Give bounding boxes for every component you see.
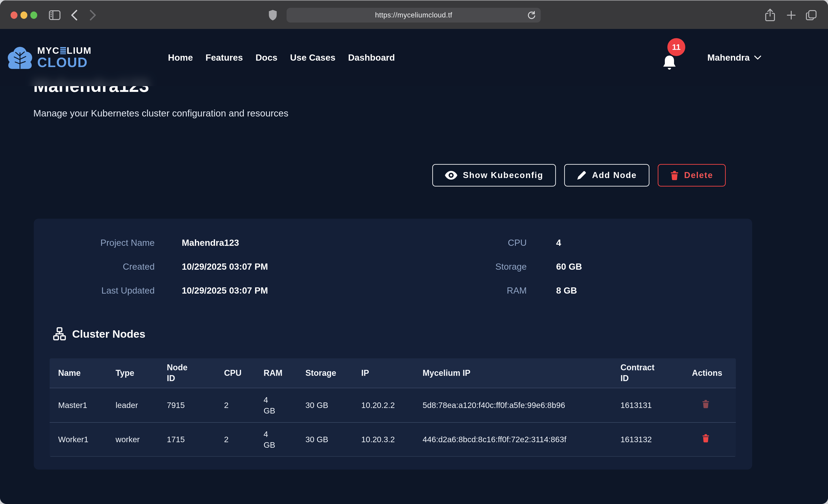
cell-name: Worker1 [58, 434, 116, 445]
nav-item-docs[interactable]: Docs [255, 53, 277, 63]
delete-node-button[interactable] [702, 434, 709, 443]
cell-node-id: 1715 [167, 434, 224, 445]
trash-icon [670, 170, 678, 180]
cell-name: Master1 [58, 400, 116, 411]
trash-icon [702, 434, 709, 443]
table-row-master1: Master1 leader 7915 2 4 GB 30 GB 10.20.2… [50, 388, 736, 422]
cell-actions [692, 434, 736, 445]
mycelium-cloud-logo-icon [6, 46, 34, 69]
info-row-created: Created 10/29/2025 03:07 PM [34, 259, 393, 274]
chevron-down-icon [754, 55, 761, 60]
info-row-ram: RAM 8 GB [393, 283, 752, 298]
nav-item-features[interactable]: Features [205, 53, 243, 63]
cell-ram: 4 GB [263, 394, 305, 416]
new-tab-icon[interactable] [786, 1, 796, 30]
cell-mycelium-ip: 446:d2a6:8bcd:8c16:ff0f:72e2:3114:863f [423, 434, 620, 445]
close-window-button[interactable] [10, 11, 17, 19]
tab-overview-icon[interactable] [805, 1, 818, 30]
back-button[interactable] [70, 1, 78, 30]
brand-logo[interactable]: MYCLIUM CLOUD [6, 29, 91, 86]
cell-ram: 4 GB [263, 429, 305, 451]
cluster-nodes-table: Name Type Node ID CPU RAM Storage IP Myc… [50, 359, 736, 457]
info-row-last-updated: Last Updated 10/29/2025 03:07 PM [34, 283, 393, 298]
cell-node-id: 7915 [167, 400, 224, 411]
col-header-storage: Storage [305, 368, 361, 379]
col-header-ip: IP [361, 368, 423, 379]
cell-actions [692, 400, 736, 411]
forward-button[interactable] [89, 1, 97, 30]
user-menu[interactable]: Mahendra [707, 29, 761, 86]
sidebar-toggle-icon[interactable] [49, 1, 61, 30]
nav-item-dashboard[interactable]: Dashboard [348, 53, 395, 63]
col-header-mycelium-ip: Mycelium IP [423, 368, 620, 379]
user-name: Mahendra [707, 53, 750, 63]
cell-type: leader [116, 400, 167, 411]
browser-window: https://myceliumcloud.tf [0, 0, 828, 504]
col-header-node-id: Node ID [167, 362, 224, 384]
table-header-row: Name Type Node ID CPU RAM Storage IP Myc… [50, 359, 736, 388]
pencil-icon [577, 170, 586, 180]
notifications-button[interactable]: 11 [661, 29, 689, 86]
cell-cpu: 2 [224, 400, 263, 411]
nav-item-use-cases[interactable]: Use Cases [290, 53, 335, 63]
minimize-window-button[interactable] [20, 11, 27, 19]
eye-icon [445, 171, 457, 180]
add-node-button[interactable]: Add Node [564, 164, 650, 186]
cell-ip: 10.20.3.2 [361, 434, 423, 445]
cell-contract-id: 1613132 [620, 434, 692, 445]
col-header-type: Type [116, 368, 167, 379]
privacy-shield-icon[interactable] [268, 1, 277, 30]
table-row-worker1: Worker1 worker 1715 2 4 GB 30 GB 10.20.3… [50, 422, 736, 457]
share-icon[interactable] [765, 1, 775, 30]
delete-node-button[interactable] [702, 400, 709, 409]
network-nodes-icon [53, 327, 66, 340]
cell-ip: 10.20.2.2 [361, 400, 423, 411]
cluster-actions: Show Kubeconfig Add Node Delete [432, 164, 726, 186]
delete-cluster-button[interactable]: Delete [658, 164, 726, 186]
cell-cpu: 2 [224, 434, 263, 445]
info-row-project-name: Project Name Mahendra123 [34, 235, 393, 250]
show-kubeconfig-button[interactable]: Show Kubeconfig [432, 164, 556, 186]
cell-contract-id: 1613131 [620, 400, 692, 411]
logo-word-cloud: CLOUD [37, 56, 91, 69]
app-header: MYCLIUM CLOUD Home Features Docs Use Cas… [0, 29, 828, 86]
url-text: https://myceliumcloud.tf [375, 11, 452, 19]
cell-storage: 30 GB [305, 400, 361, 411]
reload-icon[interactable] [527, 10, 536, 21]
col-header-cpu: CPU [224, 368, 263, 379]
bell-icon [662, 55, 676, 72]
trash-icon [702, 400, 709, 408]
logo-word-mycelium: MYCLIUM [37, 46, 91, 55]
zoom-window-button[interactable] [30, 11, 37, 19]
info-row-cpu: CPU 4 [393, 235, 752, 250]
col-header-actions: Actions [692, 368, 736, 379]
cluster-info: Project Name Mahendra123 Created 10/29/2… [34, 235, 752, 298]
col-header-contract-id: Contract ID [620, 362, 692, 384]
logo-e-bars-icon [60, 47, 66, 54]
nav-item-home[interactable]: Home [168, 53, 193, 63]
cell-mycelium-ip: 5d8:78ea:a120:f40c:ff0f:a5fe:99e6:8b96 [423, 400, 620, 411]
cluster-nodes-heading: Cluster Nodes [53, 327, 146, 340]
notification-count-badge: 11 [667, 38, 685, 56]
page-content: Mahendra123 Manage your Kubernetes clust… [0, 29, 828, 504]
col-header-name: Name [58, 368, 116, 379]
cluster-details-panel: Project Name Mahendra123 Created 10/29/2… [34, 219, 752, 469]
cell-type: worker [116, 434, 167, 445]
address-bar[interactable]: https://myceliumcloud.tf [287, 8, 541, 23]
page-subtitle: Manage your Kubernetes cluster configura… [33, 108, 288, 119]
info-row-storage: Storage 60 GB [393, 259, 752, 274]
col-header-ram: RAM [263, 368, 305, 379]
cell-storage: 30 GB [305, 434, 361, 445]
main-nav: Home Features Docs Use Cases Dashboard [168, 29, 395, 86]
browser-titlebar: https://myceliumcloud.tf [0, 0, 828, 29]
